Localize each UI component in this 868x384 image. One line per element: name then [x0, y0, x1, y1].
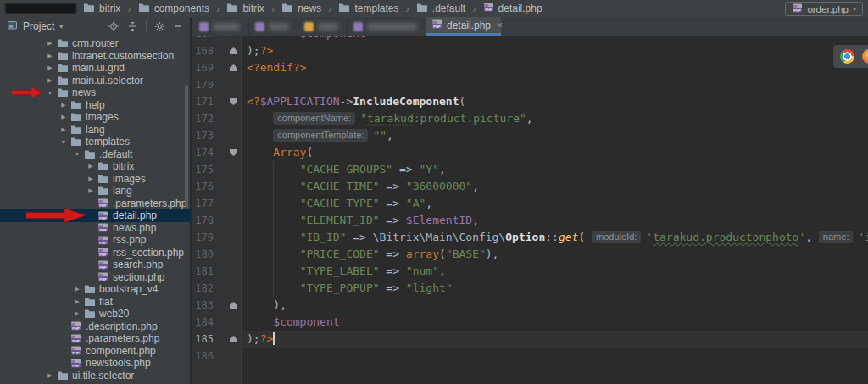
tree-item-images[interactable]: ▶images [0, 173, 191, 186]
expand-arrow-icon[interactable]: ▶ [58, 126, 70, 133]
breadcrumb-item-bitrix[interactable]: bitrix [83, 3, 120, 15]
code-line-184[interactable]: 184 $component [192, 314, 868, 331]
tree-item-newstools.php[interactable]: PHPnewstools.php [0, 357, 191, 370]
tree-item-bitrix[interactable]: ▶bitrix [0, 160, 191, 173]
folder-icon [70, 100, 82, 110]
code-line-177[interactable]: 177 "CACHE_TYPE" => "A", [192, 195, 868, 212]
breadcrumb-item-templates[interactable]: templates [338, 3, 398, 15]
tree-item-web20[interactable]: ▶web20 [0, 308, 191, 320]
fold-marker-icon[interactable] [230, 47, 237, 54]
svg-text:PHP: PHP [485, 8, 492, 12]
tree-item-lang[interactable]: ▶lang [0, 185, 191, 198]
code-editor[interactable]: 167 $component168);?>169<?endif?>170171<… [192, 36, 868, 384]
chrome-browser-icon[interactable] [840, 49, 854, 64]
locate-icon[interactable] [108, 20, 120, 32]
breadcrumb-item-.default[interactable]: .default [416, 3, 465, 15]
code-line-174[interactable]: 174 Array( [192, 144, 868, 161]
code-line-169[interactable]: 169<?endif?> [192, 59, 868, 76]
fold-marker-icon[interactable] [230, 64, 237, 71]
tree-item-news[interactable]: ▼news [0, 86, 191, 99]
code-line-171[interactable]: 171<?$APPLICATION->IncludeComponent( [192, 93, 868, 110]
code-line-180[interactable]: 180 "PRICE_CODE" => array("BASE"), [192, 246, 868, 263]
collapse-arrow-icon[interactable]: ▼ [58, 139, 70, 145]
tree-item-bootstrap_v4[interactable]: ▶bootstrap_v4 [0, 283, 191, 296]
fold-marker-icon[interactable] [230, 98, 237, 105]
expand-arrow-icon[interactable]: ▶ [85, 187, 97, 194]
hide-panel-icon[interactable] [173, 21, 183, 31]
expand-arrow-icon[interactable]: ▶ [71, 286, 83, 292]
svg-text:PHP: PHP [794, 8, 802, 13]
firefox-browser-icon[interactable] [862, 49, 868, 64]
tree-item-.description.php[interactable]: PHP.description.php [0, 320, 191, 333]
code-line-185[interactable]: 185);?> [192, 331, 868, 348]
expand-arrow-icon[interactable]: ▶ [71, 310, 83, 317]
code-line-173[interactable]: 173 componentTemplate:"", [192, 127, 868, 144]
tree-item-news.php[interactable]: PHPnews.php [0, 222, 191, 235]
code-line-183[interactable]: 183 ), [192, 297, 868, 314]
run-config-selector[interactable]: PHP order.php ▾ [785, 2, 863, 16]
php-file-icon: PHP [483, 2, 494, 15]
collapse-arrow-icon[interactable]: ▼ [71, 151, 83, 157]
expand-arrow-icon[interactable]: ▶ [71, 298, 83, 305]
tab-redacted-2[interactable] [249, 17, 298, 36]
breadcrumb-item-detail.php[interactable]: PHPdetail.php [483, 2, 542, 15]
tree-item-rss.php[interactable]: PHPrss.php [0, 234, 191, 247]
tab-redacted-4[interactable] [348, 17, 426, 36]
expand-arrow-icon[interactable]: ▶ [44, 40, 56, 47]
tree-item-crm.router[interactable]: ▶crm.router [0, 37, 191, 50]
tree-item-main.ui.grid[interactable]: ▶main.ui.grid [0, 62, 191, 75]
code-line-179[interactable]: 179 "IB_ID" => \Bitrix\Main\Config\Optio… [192, 229, 868, 246]
php-file-icon: PHP [70, 358, 82, 369]
code-line-182[interactable]: 182 "TYPE_POPUP" => "light" [192, 280, 868, 297]
tab-redacted-1[interactable] [193, 17, 249, 36]
code-line-167[interactable]: 167 $component [192, 36, 868, 42]
code-line-172[interactable]: 172 componentName:"tarakud:product.pictu… [192, 110, 868, 127]
close-icon[interactable]: × [497, 19, 503, 31]
code-line-176[interactable]: 176 "CACHE_TIME" => "36000000", [192, 178, 868, 195]
tree-item-rss_section.php[interactable]: PHPrss_section.php [0, 247, 191, 259]
code-line-168[interactable]: 168);?> [192, 42, 868, 59]
code-line-170[interactable]: 170 [192, 76, 868, 93]
tree-item-ui.tile.selector[interactable]: ▶ui.tile.selector [0, 370, 191, 382]
tree-item-templates[interactable]: ▼templates [0, 136, 191, 148]
breadcrumb-item-components[interactable]: components [138, 3, 209, 15]
expand-arrow-icon[interactable]: ▶ [85, 163, 97, 170]
tree-item-detail.php[interactable]: PHPdetail.php [0, 209, 191, 222]
code-line-178[interactable]: 178 "ELEMENT_ID" => $ElementID, [192, 212, 868, 229]
expand-arrow-icon[interactable]: ▶ [58, 102, 70, 109]
collapse-arrow-icon[interactable]: ▼ [44, 90, 56, 96]
code-line-181[interactable]: 181 "TYPE_LABEL" => "num", [192, 263, 868, 280]
tab-detail-php[interactable]: PHP detail.php × [426, 17, 501, 36]
tree-item-section.php[interactable]: PHPsection.php [0, 271, 191, 284]
settings-gear-icon[interactable] [154, 21, 165, 32]
expand-arrow-icon[interactable]: ▶ [58, 114, 70, 120]
tree-item-search.php[interactable]: PHPsearch.php [0, 259, 191, 271]
tree-item-help[interactable]: ▶help [0, 99, 191, 112]
tab-redacted-3[interactable] [298, 17, 348, 36]
expand-arrow-icon[interactable]: ▶ [44, 77, 56, 84]
expand-arrow-icon[interactable]: ▶ [44, 53, 56, 59]
breadcrumb-item-news[interactable]: news [281, 3, 321, 15]
tree-item-lang[interactable]: ▶lang [0, 124, 191, 136]
fold-marker-icon[interactable] [230, 149, 237, 156]
tree-item-images[interactable]: ▶images [0, 111, 191, 124]
tree-scrollbar[interactable] [185, 85, 188, 208]
tree-item-flat[interactable]: ▶flat [0, 296, 191, 309]
breadcrumb-item-bitrix[interactable]: bitrix [226, 3, 264, 15]
expand-arrow-icon[interactable]: ▶ [44, 64, 56, 71]
tree-item-main.ui.selector[interactable]: ▶main.ui.selector [0, 75, 191, 87]
expand-arrow-icon[interactable]: ▶ [44, 372, 56, 379]
code-line-186[interactable]: 186 [192, 348, 868, 365]
project-panel-title[interactable]: Project [23, 20, 54, 32]
tree-item-component.php[interactable]: PHPcomponent.php [0, 345, 191, 358]
tree-item-.parameters.php[interactable]: PHP.parameters.php [0, 332, 191, 345]
tree-item-.default[interactable]: ▼.default [0, 148, 191, 161]
tree-item-.parameters.php[interactable]: PHP.parameters.php [0, 198, 191, 210]
fold-marker-icon[interactable] [230, 302, 237, 309]
chevron-down-icon[interactable]: ▾ [59, 23, 63, 31]
expand-arrow-icon[interactable]: ▶ [85, 175, 97, 182]
collapse-all-icon[interactable] [127, 20, 138, 32]
fold-marker-icon[interactable] [230, 336, 237, 342]
tree-item-intranet.customsection[interactable]: ▶intranet.customsection [0, 50, 191, 63]
code-line-175[interactable]: 175 "CACHE_GROUPS" => "Y", [192, 161, 868, 178]
